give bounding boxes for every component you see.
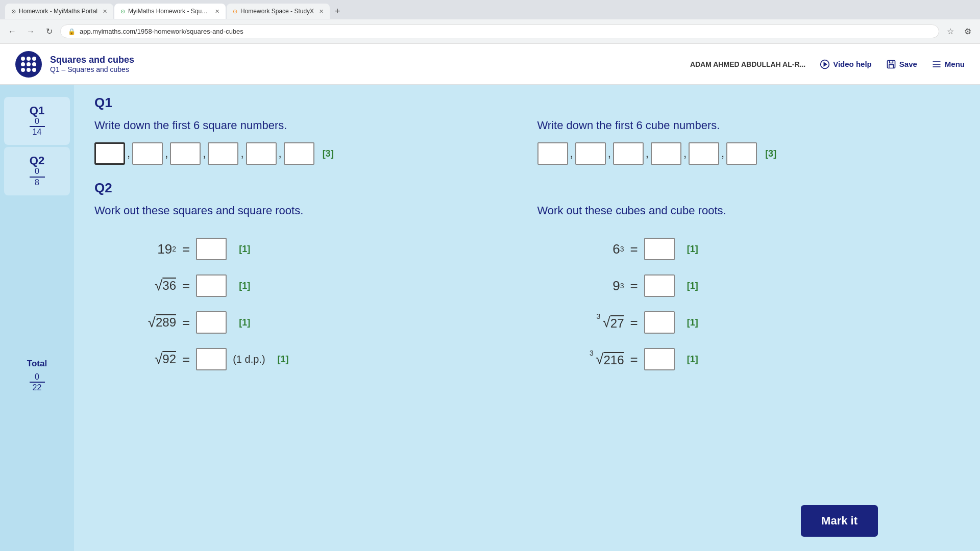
video-icon xyxy=(820,59,830,69)
save-button[interactable]: Save xyxy=(886,59,917,69)
q1-section: Q1 Write down the first 6 square numbers… xyxy=(94,95,960,165)
browser-tabs: ⊙ Homework - MyiMaths Portal ✕ ⊙ MyiMath… xyxy=(0,0,980,19)
q2-line-cu9: 93 = [1] xyxy=(543,274,960,297)
q1-cu-input-1[interactable] xyxy=(537,142,568,165)
tab-1-close[interactable]: ✕ xyxy=(103,8,107,15)
q2-cbrt27-lhs: 3 √ 27 xyxy=(543,314,624,331)
back-button[interactable]: ← xyxy=(5,24,19,39)
new-tab-button[interactable]: + xyxy=(331,4,345,19)
q1-cu-input-2[interactable] xyxy=(575,142,606,165)
page-title: Squares and cubes xyxy=(50,55,134,65)
q1-sq-input-3[interactable] xyxy=(170,142,201,165)
q1-sq-input-4[interactable] xyxy=(208,142,238,165)
q1-sq-input-2[interactable] xyxy=(132,142,163,165)
q2-line-cu6: 63 = [1] xyxy=(543,238,960,260)
q1-left-inputs-row: , , , , , [3] xyxy=(94,142,517,165)
app-header: Squares and cubes Q1 – Squares and cubes… xyxy=(0,44,980,85)
q1-cu-input-3[interactable] xyxy=(613,142,644,165)
q1-instructions: Write down the first 6 square numbers. ,… xyxy=(94,119,960,165)
q2-line-sqrt36: √36 = [1] xyxy=(94,274,512,297)
q1-sq-input-1[interactable] xyxy=(94,142,125,165)
q2-cu6-lhs: 63 xyxy=(543,241,624,257)
q1-cu-input-5[interactable] xyxy=(689,142,719,165)
q2-sq19-marks: [1] xyxy=(239,244,250,255)
url-text: app.myimaths.com/1958-homework/squares-a… xyxy=(80,28,243,35)
q2-line-cbrt216: 3 √ 216 = [1] xyxy=(543,348,960,370)
address-bar[interactable]: 🔒 app.myimaths.com/1958-homework/squares… xyxy=(60,24,939,38)
q1-left: Write down the first 6 square numbers. ,… xyxy=(94,119,517,165)
q1-cu-input-6[interactable] xyxy=(726,142,757,165)
q2-line-sqrt289: √289 = [1] xyxy=(94,311,512,334)
tab-3[interactable]: ⊙ Homework Space - StudyX ✕ xyxy=(227,4,330,19)
q1-header: Q1 xyxy=(94,95,960,111)
sidebar-q2-score: 0 8 xyxy=(4,166,70,187)
q2-sq19-input[interactable] xyxy=(196,238,227,260)
mark-it-button[interactable]: Mark it xyxy=(801,505,878,537)
q1-cu-input-4[interactable] xyxy=(651,142,681,165)
tab-1[interactable]: ⊙ Homework - MyiMaths Portal ✕ xyxy=(5,4,113,19)
q2-sqrt92-lhs: √92 xyxy=(94,351,176,367)
tab-3-close[interactable]: ✕ xyxy=(319,8,324,15)
q2-header: Q2 xyxy=(94,180,960,196)
extension-button[interactable]: ⚙ xyxy=(961,24,975,39)
bookmark-button[interactable]: ☆ xyxy=(943,24,958,39)
q2-line-sq19: 192 = [1] xyxy=(94,238,512,260)
main-layout: Q1 0 14 Q2 0 8 Total 0 22 xyxy=(0,85,980,551)
q2-cbrt216-input[interactable] xyxy=(644,348,675,370)
q2-sqrt92-marks: [1] xyxy=(278,354,289,365)
sidebar-total: Total 0 22 xyxy=(0,350,74,400)
content-area: Q1 Write down the first 6 square numbers… xyxy=(74,85,980,551)
header-right: ADAM AHMED ABDULLAH AL-R... Video help S… xyxy=(690,59,965,69)
toolbar-actions: ☆ ⚙ xyxy=(943,24,975,39)
save-icon xyxy=(886,59,896,69)
q2-left-instruction: Work out these squares and square roots. xyxy=(94,204,517,217)
q1-right-inputs-row: , , , , , [3] xyxy=(537,142,960,165)
menu-button[interactable]: Menu xyxy=(932,59,965,69)
q2-right-col: 63 = [1] 93 = xyxy=(543,238,960,385)
sidebar: Q1 0 14 Q2 0 8 Total 0 22 xyxy=(0,85,74,551)
q2-cbrt27-marks: [1] xyxy=(687,317,698,328)
q2-sqrt92-input[interactable] xyxy=(196,348,227,370)
q2-sq19-lhs: 192 xyxy=(94,241,176,257)
tab-2-close[interactable]: ✕ xyxy=(215,8,219,15)
q2-sqrt289-input[interactable] xyxy=(196,311,227,334)
sidebar-q2[interactable]: Q2 0 8 xyxy=(4,147,70,195)
q2-cu9-input[interactable] xyxy=(644,274,675,297)
q2-right-instruction: Work out these cubes and cube roots. xyxy=(537,204,960,217)
q1-left-instruction: Write down the first 6 square numbers. xyxy=(94,119,517,132)
q2-sqrt289-marks: [1] xyxy=(239,317,250,328)
q2-left-col: 192 = [1] √36 = xyxy=(94,238,512,385)
q1-sq-input-5[interactable] xyxy=(246,142,277,165)
q2-cu6-marks: [1] xyxy=(687,244,698,255)
sidebar-q1[interactable]: Q1 0 14 xyxy=(4,97,70,145)
browser-chrome: ⊙ Homework - MyiMaths Portal ✕ ⊙ MyiMath… xyxy=(0,0,980,44)
user-name: ADAM AHMED ABDULLAH AL-R... xyxy=(690,60,805,68)
svg-marker-1 xyxy=(824,62,827,66)
q2-cbrt216-marks: [1] xyxy=(687,354,698,365)
q2-line-sqrt92: √92 = (1 d.p.) [1] xyxy=(94,348,512,370)
browser-toolbar: ← → ↻ 🔒 app.myimaths.com/1958-homework/s… xyxy=(0,19,980,44)
sidebar-q1-score: 0 14 xyxy=(4,116,70,137)
q1-sq-input-6[interactable] xyxy=(284,142,314,165)
q1-right-marks: [3] xyxy=(765,148,776,159)
q2-sqrt36-lhs: √36 xyxy=(94,278,176,294)
sidebar-total-label: Total xyxy=(0,359,74,369)
q2-section: Q2 Work out these squares and square roo… xyxy=(94,180,960,385)
q2-cu6-input[interactable] xyxy=(644,238,675,260)
q2-cu9-lhs: 93 xyxy=(543,278,624,294)
q2-cbrt27-input[interactable] xyxy=(644,311,675,334)
q1-left-marks: [3] xyxy=(323,148,334,159)
page-wrapper: Squares and cubes Q1 – Squares and cubes… xyxy=(0,44,980,551)
sidebar-total-score: 0 22 xyxy=(0,372,74,392)
refresh-button[interactable]: ↻ xyxy=(42,24,56,39)
q1-right-instruction: Write down the first 6 cube numbers. xyxy=(537,119,960,132)
tab-2[interactable]: ⊙ MyiMaths Homework - Squar... ✕ xyxy=(114,4,226,19)
video-help-button[interactable]: Video help xyxy=(820,59,872,69)
page-subtitle: Q1 – Squares and cubes xyxy=(50,65,134,73)
q2-cbrt216-lhs: 3 √ 216 xyxy=(543,351,624,367)
q2-cu9-marks: [1] xyxy=(687,281,698,291)
forward-button[interactable]: → xyxy=(23,24,38,39)
q2-line-cbrt27: 3 √ 27 = [1] xyxy=(543,311,960,334)
q2-sqrt36-input[interactable] xyxy=(196,274,227,297)
q2-rows: 192 = [1] √36 = xyxy=(94,238,960,385)
